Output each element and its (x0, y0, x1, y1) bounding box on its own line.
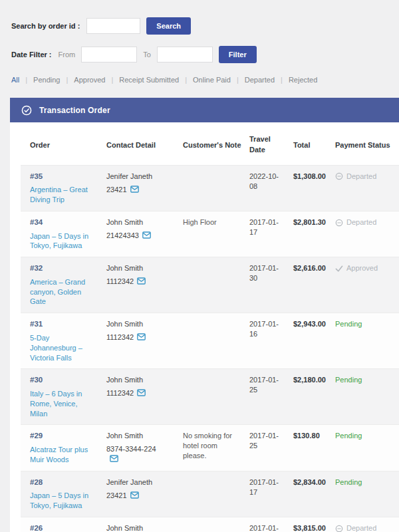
trip-title-link[interactable]: Japan – 5 Days in Tokyo, Fujikawa (30, 491, 88, 509)
note-cell (174, 313, 240, 369)
contact-number: 23421 (106, 491, 127, 499)
order-id-link[interactable]: #26 (30, 523, 90, 532)
date-from-input[interactable] (81, 47, 137, 63)
status-cell: Pending (326, 313, 399, 369)
search-button[interactable]: Search (146, 17, 191, 35)
total-amount: $1,308.00 (293, 172, 326, 180)
order-id-link[interactable]: #31 (30, 319, 90, 330)
total-amount: $2,834.00 (293, 478, 326, 486)
departed-status-icon (335, 525, 343, 532)
orders-table-body: #35Argentina – Great Diving TripJenifer … (21, 165, 399, 532)
panel-header: Transaction Order (10, 98, 399, 122)
date-to-input[interactable] (157, 47, 213, 63)
trip-title-link[interactable]: Italy – 6 Days in Rome, Venice, Milan (30, 390, 82, 418)
order-id-link[interactable]: #29 (30, 431, 90, 442)
contact-name: John Smith (106, 375, 167, 385)
search-by-order-id-label: Search by order id : (11, 22, 80, 30)
contact-number: 21424343 (106, 231, 139, 239)
order-cell: #26Switzerland – 7 Days in Zurich, Zerma… (21, 517, 97, 532)
email-icon[interactable] (137, 333, 146, 343)
table-row: #29Alcatraz Tour plus Muir WoodsJohn Smi… (21, 425, 399, 471)
travel-date-cell: 2017-01-17 (240, 211, 284, 257)
email-icon[interactable] (142, 231, 151, 241)
orders-table: Order Contact Detail Customer's Note Tra… (21, 122, 399, 532)
status-filter-tabs: All|Pending|Approved|Receipt Submitted|O… (11, 76, 399, 84)
panel-title: Transaction Order (39, 106, 110, 115)
col-total: Total (284, 122, 326, 165)
contact-name: John Smith (106, 523, 167, 532)
contact-number: 23421 (106, 186, 127, 194)
email-icon[interactable] (110, 455, 118, 465)
status-badge: Departed (335, 217, 376, 227)
tab-pending[interactable]: Pending (33, 76, 60, 84)
trip-title-link[interactable]: 5-Day Johannesburg – Victoria Falls (30, 334, 82, 362)
contact-cell: John Smith1112342 (97, 313, 174, 369)
tab-rejected[interactable]: Rejected (289, 76, 317, 84)
note-cell (174, 517, 240, 532)
filter-button[interactable]: Filter (219, 46, 257, 63)
status-badge: Departed (335, 523, 376, 532)
order-id-link[interactable]: #32 (30, 263, 90, 274)
tab-all[interactable]: All (11, 76, 19, 84)
trip-title-link[interactable]: America – Grand canyon, Golden Gate (30, 278, 85, 306)
contact-number: 1112342 (106, 333, 134, 341)
tab-approved[interactable]: Approved (74, 76, 105, 84)
total-cell: $2,616.00 (284, 257, 326, 313)
total-amount: $2,616.00 (293, 264, 326, 272)
note-cell: No smoking for hotel room please. (174, 425, 240, 471)
tab-receipt-submitted[interactable]: Receipt Submitted (119, 76, 179, 84)
contact-name: John Smith (106, 431, 167, 441)
contact-cell: Jenifer Janeth23421 (97, 471, 174, 517)
trip-title-link[interactable]: Argentina – Great Diving Trip (30, 186, 88, 203)
status-cell: Pending (326, 369, 399, 425)
order-id-link[interactable]: #30 (30, 375, 90, 386)
tab-departed[interactable]: Departed (245, 76, 275, 84)
note-cell (174, 369, 240, 425)
total-cell: $2,834.00 (284, 471, 326, 517)
note-cell: High Floor (174, 211, 240, 257)
transaction-order-panel: Transaction Order Order Contact Detail C… (10, 98, 399, 532)
total-cell: $2,943.00 (284, 313, 326, 369)
customer-note: High Floor (183, 218, 217, 226)
note-cell (174, 471, 240, 517)
order-id-link[interactable]: #35 (30, 172, 90, 182)
col-order: Order (21, 122, 97, 165)
email-icon[interactable] (137, 277, 146, 287)
tab-online-paid[interactable]: Online Paid (193, 76, 231, 84)
contact-cell: Jenifer Janeth23421 (97, 165, 174, 211)
col-customers-note: Customer's Note (174, 122, 240, 165)
date-filter-row: Date Filter : From To Filter (11, 46, 399, 63)
table-row: #32America – Grand canyon, Golden GateJo… (21, 257, 399, 313)
email-icon[interactable] (130, 491, 139, 501)
total-amount: $3,815.00 (293, 524, 326, 532)
email-icon[interactable] (130, 186, 139, 196)
trip-title-link[interactable]: Alcatraz Tour plus Muir Woods (30, 446, 88, 464)
status-badge: Pending (335, 431, 362, 441)
travel-date-cell: 2017-01-16 (240, 313, 284, 369)
table-row: #28Japan – 5 Days in Tokyo, FujikawaJeni… (21, 471, 399, 517)
total-cell: $130.80 (284, 425, 326, 471)
contact-number: 1112342 (106, 277, 134, 285)
status-badge: Pending (335, 477, 362, 487)
contact-number: 1112342 (106, 389, 134, 397)
contact-cell: John Smith21424343 (97, 211, 174, 257)
from-label: From (59, 51, 76, 59)
travel-date-cell: 2017-01-17 (240, 471, 284, 517)
to-label: To (143, 51, 151, 59)
circle-check-icon (21, 105, 32, 116)
status-cell: Approved (326, 257, 399, 313)
email-icon[interactable] (137, 389, 146, 399)
contact-cell: John Smith1112342 (97, 369, 174, 425)
orders-table-card: Order Contact Detail Customer's Note Tra… (10, 122, 399, 532)
trip-title-link[interactable]: Japan – 5 Days in Tokyo, Fujikawa (30, 232, 88, 250)
total-amount: $2,801.30 (293, 218, 326, 226)
tab-separator: | (66, 76, 68, 84)
order-id-link[interactable]: #28 (30, 477, 90, 488)
order-id-link[interactable]: #34 (30, 217, 90, 228)
status-cell: Pending (326, 425, 399, 471)
total-amount: $2,943.00 (293, 320, 326, 328)
order-cell: #28Japan – 5 Days in Tokyo, Fujikawa (21, 471, 97, 517)
order-id-search-input[interactable] (86, 18, 140, 34)
approved-status-icon (335, 265, 343, 272)
total-cell: $3,815.00 (284, 517, 326, 532)
